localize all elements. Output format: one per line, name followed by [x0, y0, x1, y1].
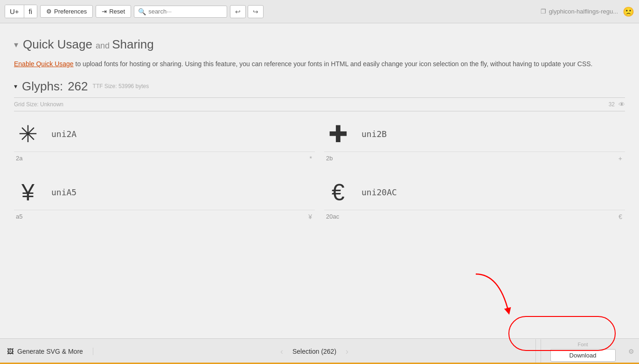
grid-right: 32 👁: [609, 101, 625, 108]
grid-info-bar: Grid Size: Unknown 32 👁: [14, 97, 625, 111]
preferences-label: Preferences: [54, 8, 87, 15]
glyph-card-uniA5: ¥ uniA5 ¥: [14, 179, 315, 223]
nav-arrows: ↩ ↪: [230, 5, 264, 18]
reset-icon: ⇥: [102, 8, 107, 15]
font-name-text: glyphicon-halflings-regu...: [549, 8, 618, 15]
glyph-name-uni2B: uni2B: [361, 129, 387, 139]
glyph-card-uni2A: ✳ uni2A *: [14, 121, 315, 165]
glyph-symbol-uni2B: ✚: [324, 121, 352, 148]
glyph-name-uni20AC: uni20AC: [361, 187, 397, 197]
ttf-size: TTF Size: 53996 bytes: [93, 83, 149, 89]
glyphs-count: 262: [68, 79, 88, 94]
layers-icon: ❐: [541, 8, 546, 15]
toolbar: U+ fi ⚙ Preferences ⇥ Reset 🔍 ↩ ↪ ❐ glyp…: [0, 0, 639, 23]
mode-fi-button[interactable]: fi: [24, 5, 37, 18]
glyph-input-row-uni2B: +: [324, 151, 625, 165]
glyph-hex-input-uni2A[interactable]: [14, 154, 307, 163]
gear-icon: ⚙: [46, 8, 52, 15]
and-text: and: [96, 41, 112, 50]
glyph-grid: ✳ uni2A * ✚ uni2B + ¥ uniA5: [14, 121, 625, 237]
face-icon: 🙁: [623, 6, 634, 17]
toolbar-right: ❐ glyphicon-halflings-regu... 🙁: [541, 6, 634, 17]
quick-usage-description: Enable Quick Usage to upload fonts for h…: [14, 59, 625, 70]
glyph-top-uni20AC: € uni20AC: [324, 179, 625, 206]
search-box: 🔍: [134, 6, 227, 18]
glyph-char-uni2A: *: [307, 154, 315, 163]
glyph-card-uni20AC: € uni20AC €: [324, 179, 625, 223]
eye-icon[interactable]: 👁: [618, 101, 625, 108]
glyph-char-uni2B: +: [616, 154, 625, 163]
glyphs-header: ▾ Glyphs: 262 TTF Size: 53996 bytes: [14, 79, 625, 94]
glyphs-chevron[interactable]: ▾: [14, 82, 17, 90]
quick-usage-desc-text: to upload fonts for hosting or sharing. …: [74, 60, 593, 68]
glyph-symbol-uniA5: ¥: [14, 179, 42, 206]
mode-toggle-group: U+ fi: [5, 5, 37, 18]
glyph-char-uni20AC: €: [616, 212, 625, 221]
glyph-symbol-uni20AC: €: [324, 179, 352, 206]
reset-button[interactable]: ⇥ Reset: [96, 5, 131, 18]
glyph-hex-input-uniA5[interactable]: [14, 212, 306, 221]
glyph-name-uniA5: uniA5: [51, 187, 76, 197]
glyph-card-uni2B: ✚ uni2B +: [324, 121, 625, 165]
quick-usage-title-text: Quick Usage: [23, 37, 92, 51]
mode-u-plus-button[interactable]: U+: [5, 5, 24, 18]
glyph-char-uniA5: ¥: [306, 212, 315, 221]
glyph-top-uni2A: ✳ uni2A: [14, 121, 315, 148]
undo-button[interactable]: ↩: [230, 5, 246, 18]
glyph-input-row-uni20AC: €: [324, 210, 625, 223]
glyph-input-row-uni2A: *: [14, 151, 315, 165]
glyph-top-uniA5: ¥ uniA5: [14, 179, 315, 206]
glyph-hex-input-uni2B[interactable]: [324, 154, 616, 163]
quick-usage-title: Quick Usage and Sharing: [23, 37, 154, 52]
glyph-hex-input-uni20AC[interactable]: [324, 212, 616, 221]
quick-usage-chevron[interactable]: ▾: [14, 40, 18, 50]
reset-label: Reset: [109, 8, 125, 15]
glyph-input-row-uniA5: ¥: [14, 210, 315, 223]
enable-quick-usage-link[interactable]: Enable Quick Usage: [14, 60, 74, 68]
sharing-title-text: Sharing: [112, 37, 154, 51]
glyph-symbol-uni2A: ✳: [14, 121, 42, 148]
preferences-button[interactable]: ⚙ Preferences: [40, 5, 93, 18]
grid-number: 32: [609, 101, 615, 108]
glyph-top-uni2B: ✚ uni2B: [324, 121, 625, 148]
glyph-name-uni2A: uni2A: [51, 129, 76, 139]
toolbar-left: U+ fi ⚙ Preferences ⇥ Reset 🔍 ↩ ↪: [5, 5, 538, 18]
redo-button[interactable]: ↪: [248, 5, 264, 18]
search-icon: 🔍: [138, 8, 146, 15]
grid-size-label: Grid Size: Unknown: [14, 101, 63, 108]
main-content: ▾ Quick Usage and Sharing Enable Quick U…: [0, 23, 639, 270]
font-name-display: ❐ glyphicon-halflings-regu...: [541, 8, 618, 15]
search-input[interactable]: [148, 8, 223, 15]
quick-usage-header: ▾ Quick Usage and Sharing: [14, 37, 625, 52]
glyphs-title: Glyphs:: [22, 79, 63, 94]
